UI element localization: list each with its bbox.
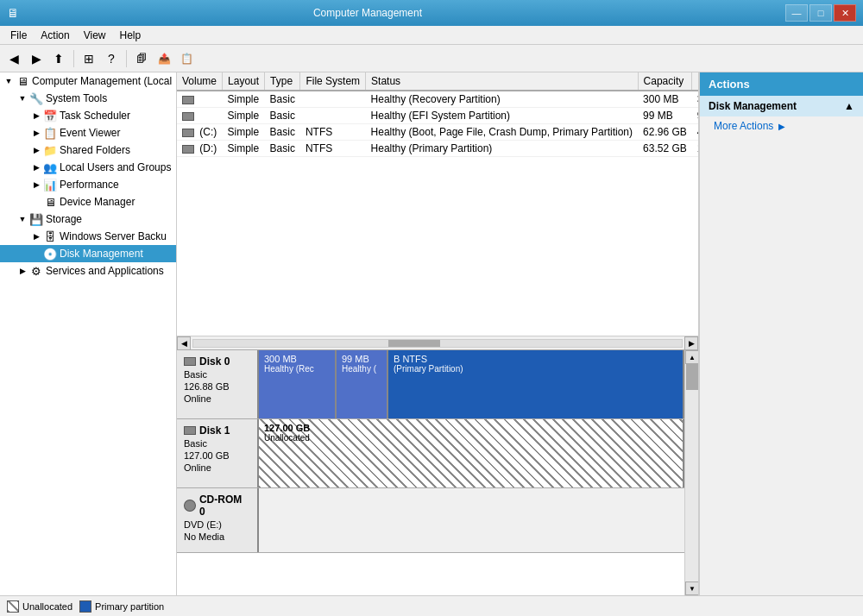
status-legend: Unallocated Primary partition bbox=[7, 600, 164, 613]
tree-label-diskm: Disk Management bbox=[60, 248, 143, 260]
tree-item-system-tools[interactable]: ▼ 🔧 System Tools bbox=[0, 90, 176, 107]
table-row[interactable]: Simple Basic Healthy (Recovery Partition… bbox=[177, 91, 698, 108]
close-button[interactable]: ✕ bbox=[834, 4, 856, 22]
tree-expand-system: ▼ bbox=[16, 94, 29, 103]
tree-label-lu: Local Users and Groups bbox=[60, 161, 171, 173]
v-scrollbar[interactable]: ▲ ▼ bbox=[684, 350, 698, 595]
tree-icon-ts: 📅 bbox=[43, 109, 57, 123]
scroll-thumb[interactable] bbox=[686, 364, 698, 390]
tree-item-disk-management[interactable]: 💿 Disk Management bbox=[0, 245, 176, 262]
col-filesystem[interactable]: File System bbox=[300, 72, 366, 91]
menu-help[interactable]: Help bbox=[113, 28, 148, 43]
partition-efi[interactable]: 99 MB Healthy ( bbox=[337, 350, 388, 418]
tree-icon-storage: 💾 bbox=[29, 212, 43, 226]
menu-action[interactable]: Action bbox=[34, 28, 76, 43]
tree-label-svc: Services and Applications bbox=[46, 265, 164, 277]
disk-type-cdrom: DVD (E:) bbox=[184, 519, 250, 530]
legend-unallocated: Unallocated bbox=[7, 600, 72, 613]
tree-expand-lu: ▶ bbox=[29, 163, 43, 172]
col-type[interactable]: Type bbox=[265, 72, 300, 91]
tree-icon-system: 🔧 bbox=[29, 91, 43, 105]
part-sublabel: (Primary Partition) bbox=[394, 364, 677, 374]
cell-fs-0 bbox=[300, 91, 366, 108]
tree-item-task-scheduler[interactable]: ▶ 📅 Task Scheduler bbox=[0, 107, 176, 124]
cell-volume-3: (D:) bbox=[177, 141, 223, 157]
tree-icon-sf: 📁 bbox=[43, 143, 57, 157]
h-scroll-left[interactable]: ◀ bbox=[177, 336, 191, 350]
partition-recovery[interactable]: 300 MB Healthy (Rec bbox=[259, 350, 337, 418]
cell-status-0: Healthy (Recovery Partition) bbox=[366, 91, 638, 108]
table-row[interactable]: Simple Basic Healthy (EFI System Partiti… bbox=[177, 108, 698, 124]
tree-icon-lu: 👥 bbox=[43, 160, 57, 174]
status-bar: Unallocated Primary partition bbox=[0, 595, 863, 616]
cell-free-0: 30 bbox=[692, 91, 698, 108]
menu-file[interactable]: File bbox=[3, 28, 34, 43]
actions-more-label: More Actions bbox=[714, 120, 773, 132]
scroll-track[interactable] bbox=[685, 364, 698, 581]
col-layout[interactable]: Layout bbox=[223, 72, 265, 91]
tree-item-device-manager[interactable]: 🖥 Device Manager bbox=[0, 193, 176, 211]
cell-type-1: Basic bbox=[265, 108, 300, 124]
part-sublabel: Healthy (Rec bbox=[264, 364, 330, 374]
disk-name-1: Disk 1 bbox=[184, 424, 250, 437]
tree-item-event-viewer[interactable]: ▶ 📋 Event Viewer bbox=[0, 124, 176, 141]
legend-box-primary bbox=[79, 600, 91, 613]
cell-volume-0 bbox=[177, 91, 223, 108]
toolbar-btn-b[interactable]: 📤 bbox=[154, 48, 174, 69]
toolbar-up[interactable]: ⬆ bbox=[48, 48, 69, 69]
part-sublabel: Healthy ( bbox=[342, 364, 381, 374]
menu-view[interactable]: View bbox=[77, 28, 113, 43]
tree-label-storage: Storage bbox=[46, 213, 82, 225]
tree-expand-sf: ▶ bbox=[29, 146, 43, 154]
tree-label-root: Computer Management (Local bbox=[32, 75, 172, 87]
tree-icon-dm: 🖥 bbox=[43, 195, 57, 209]
col-free[interactable]: Fr bbox=[692, 72, 698, 91]
minimize-button[interactable]: — bbox=[785, 4, 808, 22]
toolbar-back[interactable]: ◀ bbox=[3, 48, 24, 69]
cell-fs-3: NTFS bbox=[300, 141, 366, 157]
h-scrollbar[interactable]: ◀ ▶ bbox=[177, 336, 698, 349]
partition-unalloc[interactable]: 127.00 GB Unallocated bbox=[259, 419, 684, 487]
disk-partitions-cdrom bbox=[259, 488, 684, 552]
toolbar-forward[interactable]: ▶ bbox=[26, 48, 47, 69]
actions-section-header[interactable]: Disk Management ▲ bbox=[700, 96, 863, 116]
disk-size-1: 127.00 GB bbox=[184, 450, 250, 461]
actions-more[interactable]: More Actions ▶ bbox=[700, 116, 863, 135]
toolbar-show-hide[interactable]: ⊞ bbox=[79, 48, 99, 69]
toolbar-help[interactable]: ? bbox=[101, 48, 122, 69]
tree-expand-wsb: ▶ bbox=[29, 232, 43, 241]
table-area[interactable]: Volume Layout Type File System Status Ca… bbox=[177, 72, 698, 336]
cell-layout-0: Simple bbox=[223, 91, 265, 108]
disk-area-wrapper: Disk 0 Basic 126.88 GB Online 300 MB Hea… bbox=[177, 349, 698, 595]
cell-status-1: Healthy (EFI System Partition) bbox=[366, 108, 638, 124]
toolbar-btn-c[interactable]: 📋 bbox=[176, 48, 197, 69]
cell-cap-0: 300 MB bbox=[638, 91, 692, 108]
col-status[interactable]: Status bbox=[366, 72, 638, 91]
scroll-up[interactable]: ▲ bbox=[685, 350, 699, 364]
tree-item-shared-folders[interactable]: ▶ 📁 Shared Folders bbox=[0, 141, 176, 159]
tree-item-services[interactable]: ▶ ⚙ Services and Applications bbox=[0, 262, 176, 280]
tree-item-performance[interactable]: ▶ 📊 Performance bbox=[0, 176, 176, 193]
h-scroll-thumb[interactable] bbox=[388, 340, 440, 347]
tree-label-perf: Performance bbox=[60, 179, 119, 191]
col-capacity[interactable]: Capacity bbox=[638, 72, 692, 91]
toolbar-btn-a[interactable]: 🗐 bbox=[131, 48, 152, 69]
cell-type-2: Basic bbox=[265, 124, 300, 141]
legend-label-primary: Primary partition bbox=[95, 601, 164, 612]
cell-status-2: Healthy (Boot, Page File, Crash Dump, Pr… bbox=[366, 124, 638, 141]
window-title: Computer Management bbox=[19, 7, 716, 19]
maximize-button[interactable]: □ bbox=[809, 4, 832, 22]
tree-root[interactable]: ▼ 🖥 Computer Management (Local bbox=[0, 72, 176, 90]
partition-ntfs[interactable]: B NTFS (Primary Partition) bbox=[388, 350, 684, 418]
h-scroll-right[interactable]: ▶ bbox=[684, 336, 698, 350]
scroll-down[interactable]: ▼ bbox=[685, 581, 699, 595]
tree-item-local-users[interactable]: ▶ 👥 Local Users and Groups bbox=[0, 159, 176, 176]
col-volume[interactable]: Volume bbox=[177, 72, 223, 91]
toolbar-sep-1 bbox=[73, 50, 74, 67]
table-row[interactable]: (C:) Simple Basic NTFS Healthy (Boot, Pa… bbox=[177, 124, 698, 141]
table-row[interactable]: (D:) Simple Basic NTFS Healthy (Primary … bbox=[177, 141, 698, 157]
app-icon: 🖥 bbox=[7, 6, 19, 20]
tree-item-storage[interactable]: ▼ 💾 Storage bbox=[0, 211, 176, 228]
tree-item-ws-backup[interactable]: ▶ 🗄 Windows Server Backu bbox=[0, 228, 176, 245]
h-scroll-track[interactable] bbox=[192, 339, 683, 348]
